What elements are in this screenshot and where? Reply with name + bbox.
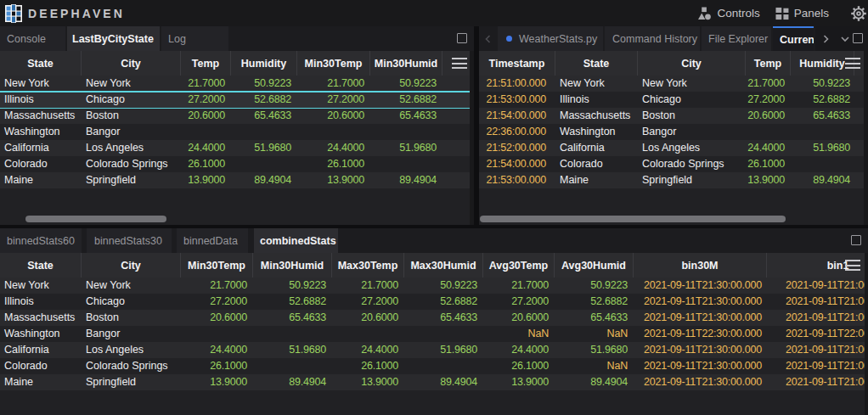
table-cell[interactable]: Springfield — [82, 172, 181, 188]
table-cell[interactable]: 2021-09-11T21:00:00.000 — [767, 294, 868, 310]
column-header[interactable]: Min30Temp — [181, 253, 253, 278]
table-cell[interactable]: Colorado Springs — [82, 358, 181, 374]
table-cell[interactable]: Maine — [0, 374, 82, 390]
table-cell[interactable]: 51.9680 — [253, 342, 332, 358]
table-cell[interactable]: 2021-09-11T21:00:00.000 — [767, 278, 868, 294]
table-cell[interactable]: 27.2000 — [181, 92, 231, 108]
table-cell[interactable]: 21.7000 — [746, 76, 791, 92]
table-cell[interactable] — [746, 124, 791, 140]
table-cell[interactable]: 89.4904 — [370, 172, 442, 188]
table-row[interactable]: ColoradoColorado Springs26.100026.1000 — [0, 156, 474, 172]
table-cell[interactable]: 2021-09-11T21:30:00.000 — [634, 374, 767, 390]
table-cell[interactable]: 26.1000 — [332, 358, 404, 374]
table-cell[interactable]: Massachusetts — [0, 310, 82, 326]
table-row[interactable]: 21:52:00.000CaliforniaLos Angeles24.4000… — [479, 140, 868, 156]
table-cell[interactable]: 21.7000 — [332, 278, 404, 294]
table-cell[interactable]: 52.6882 — [370, 92, 442, 108]
table-row[interactable]: WashingtonBangorNaNNaN2021-09-11T22:30:0… — [0, 326, 868, 342]
column-header[interactable]: Avg30Humid — [555, 253, 634, 278]
table-cell[interactable]: 20.6000 — [181, 108, 231, 124]
table-cell[interactable]: New York — [555, 76, 638, 92]
column-header[interactable]: State — [0, 51, 82, 76]
table-cell[interactable] — [404, 326, 483, 342]
settings-gear-icon[interactable] — [850, 5, 867, 22]
table-cell[interactable]: 52.6882 — [231, 92, 297, 108]
table-cell[interactable]: 21.7000 — [181, 278, 253, 294]
table-cell[interactable]: 26.1000 — [181, 156, 231, 172]
table-cell[interactable]: 89.4904 — [791, 172, 854, 188]
table-cell[interactable]: 22:36:00.000 — [479, 124, 555, 140]
table-cell[interactable]: 89.4904 — [404, 374, 483, 390]
tabs-scroll-right-icon[interactable] — [818, 34, 833, 44]
table-cell[interactable]: 27.2000 — [297, 92, 370, 108]
table-row[interactable]: CaliforniaLos Angeles24.400051.968024.40… — [0, 140, 474, 156]
table-row[interactable]: MassachusettsBoston20.600065.463320.6000… — [0, 108, 474, 124]
horizontal-scrollbar[interactable] — [479, 216, 864, 222]
table-cell[interactable]: 51.9680 — [370, 140, 442, 156]
table-cell[interactable]: Washington — [0, 124, 82, 140]
table-cell[interactable]: 21:53:00.000 — [479, 172, 555, 188]
table-cell[interactable]: Boston — [638, 108, 746, 124]
table-row[interactable]: MaineSpringfield13.900089.490413.900089.… — [0, 172, 474, 188]
table-cell[interactable]: 51.9680 — [231, 140, 297, 156]
table-cell[interactable]: New York — [0, 278, 82, 294]
table-cell[interactable]: 2021-09-11T21:30:00.000 — [634, 278, 767, 294]
table-cell[interactable]: 50.9223 — [253, 278, 332, 294]
table-cell[interactable] — [253, 358, 332, 374]
table-cell[interactable]: Washington — [0, 326, 82, 342]
table-cell[interactable]: 50.9223 — [555, 278, 634, 294]
table-cell[interactable]: 50.9223 — [791, 76, 854, 92]
table-cell[interactable]: 13.9000 — [746, 172, 791, 188]
column-header[interactable]: Temp — [181, 51, 231, 76]
column-header[interactable]: Min30Humid — [253, 253, 332, 278]
table-cell[interactable]: Springfield — [82, 374, 181, 390]
column-header[interactable]: State — [555, 51, 638, 76]
table-cell[interactable]: 27.2000 — [746, 92, 791, 108]
table-cell[interactable]: California — [555, 140, 638, 156]
table-cell[interactable]: 27.2000 — [483, 294, 555, 310]
scrollbar-thumb[interactable] — [480, 216, 786, 222]
table-row[interactable]: ColoradoColorado Springs26.100026.100026… — [0, 358, 868, 374]
table-cell[interactable]: Chicago — [82, 294, 181, 310]
table-cell[interactable]: 89.4904 — [231, 172, 297, 188]
table-cell[interactable]: Maine — [0, 172, 82, 188]
table-cell[interactable]: New York — [82, 76, 181, 92]
table-cell[interactable]: 2021-09-11T21:00:00.000 — [767, 342, 868, 358]
table-cell[interactable]: 52.6882 — [555, 294, 634, 310]
table-cell[interactable]: 52.6882 — [404, 294, 483, 310]
table-cell[interactable] — [791, 124, 854, 140]
table-cell[interactable] — [332, 326, 404, 342]
tab-current[interactable]: Curren — [773, 26, 814, 51]
table-cell[interactable]: New York — [638, 76, 746, 92]
table-cell[interactable]: Los Angeles — [82, 342, 181, 358]
table-cell[interactable]: Bangor — [638, 124, 746, 140]
table-cell[interactable]: 2021-09-11T21:30:00.000 — [634, 342, 767, 358]
table-row[interactable]: IllinoisChicago27.200052.688227.200052.6… — [0, 294, 868, 310]
table-cell[interactable]: 27.2000 — [181, 294, 253, 310]
table-cell[interactable]: 89.4904 — [253, 374, 332, 390]
table-cell[interactable]: 65.4633 — [791, 108, 854, 124]
table-cell[interactable] — [181, 326, 253, 342]
tab-combinedstats[interactable]: combinedStats — [254, 228, 338, 253]
table-row[interactable]: 21:54:00.000ColoradoColorado Springs26.1… — [479, 156, 868, 172]
table-cell[interactable]: 27.2000 — [332, 294, 404, 310]
table-cell[interactable]: 20.6000 — [746, 108, 791, 124]
table-cell[interactable]: Los Angeles — [82, 140, 181, 156]
table-cell[interactable]: Chicago — [638, 92, 746, 108]
table-cell[interactable]: 21:53:00.000 — [479, 92, 555, 108]
table-cell[interactable]: 2021-09-11T21:00:00.000 — [767, 310, 868, 326]
table-cell[interactable]: 21.7000 — [181, 76, 231, 92]
column-header[interactable]: City — [82, 51, 181, 76]
table-row[interactable]: 21:51:00.000New YorkNew York21.700050.92… — [479, 76, 868, 92]
table-cell[interactable]: 65.4633 — [231, 108, 297, 124]
table-cell[interactable]: 2021-09-11T21:00:00.000 — [767, 358, 868, 374]
tab-log[interactable]: Log — [161, 26, 228, 51]
table-cell[interactable]: 20.6000 — [483, 310, 555, 326]
table-cell[interactable]: 24.4000 — [297, 140, 370, 156]
column-header[interactable]: Max30Temp — [332, 253, 404, 278]
table-cell[interactable]: 89.4904 — [555, 374, 634, 390]
table-cell[interactable]: California — [0, 140, 82, 156]
table-cell[interactable]: 52.6882 — [791, 92, 854, 108]
table-cell[interactable]: 2021-09-11T21:00:00.000 — [767, 374, 868, 390]
tab-command-history[interactable]: Command History — [605, 26, 700, 51]
